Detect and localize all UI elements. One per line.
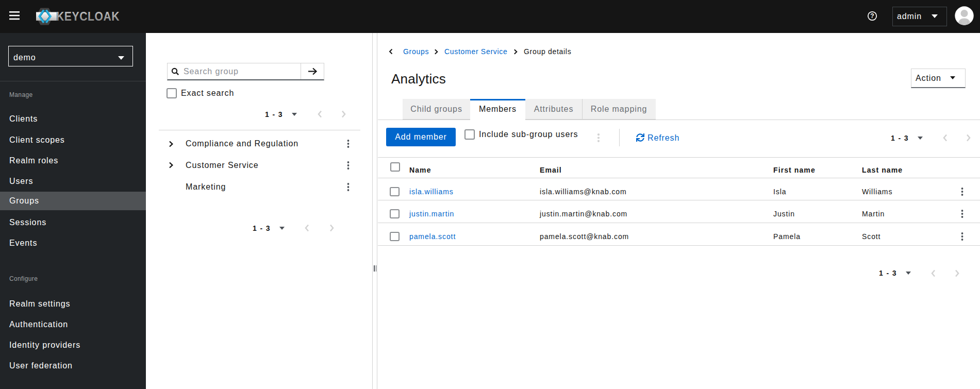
svg-text:?: ? xyxy=(870,12,874,20)
svg-text:KEYCLOAK: KEYCLOAK xyxy=(56,10,120,24)
